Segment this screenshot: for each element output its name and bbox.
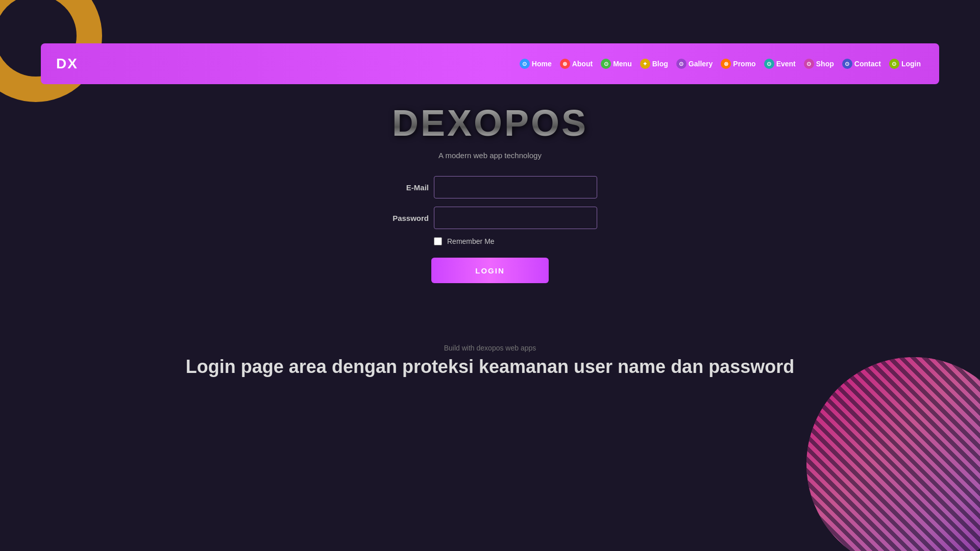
nav-item-blog[interactable]: ✦ Blog xyxy=(637,57,671,71)
brand-name: DEXOPOS xyxy=(392,102,588,144)
email-label: E-Mail xyxy=(383,183,429,192)
menu-nav-icon: ⊙ xyxy=(601,59,611,69)
contact-nav-icon: ⊙ xyxy=(842,59,852,69)
about-nav-label: About xyxy=(572,60,593,68)
about-nav-icon: ⊗ xyxy=(560,59,570,69)
brand-tagline: A modern web app technology xyxy=(438,151,542,160)
nav-item-menu[interactable]: ⊙ Menu xyxy=(598,57,635,71)
navbar-logo: DX xyxy=(56,56,78,72)
nav-item-contact[interactable]: ⊙ Contact xyxy=(839,57,884,71)
nav-links: ⊙ Home ⊗ About ⊙ Menu ✦ Blog ⊙ Gallery ⊗… xyxy=(517,57,924,71)
deco-circle-bottom-right xyxy=(806,357,980,551)
remember-checkbox[interactable] xyxy=(434,237,442,245)
login-form: E-Mail Password Remember Me LOGIN xyxy=(383,176,597,283)
login-nav-label: Login xyxy=(901,60,921,68)
email-row: E-Mail xyxy=(383,176,597,198)
nav-item-event[interactable]: ⊙ Event xyxy=(761,57,799,71)
shop-nav-icon: ⊙ xyxy=(804,59,814,69)
gallery-nav-icon: ⊙ xyxy=(676,59,687,69)
shop-nav-label: Shop xyxy=(816,60,834,68)
password-label: Password xyxy=(383,214,429,222)
nav-item-gallery[interactable]: ⊙ Gallery xyxy=(673,57,716,71)
build-text: Build with dexopos web apps xyxy=(444,344,536,352)
bottom-text: Login page area dengan proteksi keamanan… xyxy=(186,356,794,378)
event-nav-icon: ⊙ xyxy=(764,59,774,69)
remember-label: Remember Me xyxy=(447,237,495,245)
contact-nav-label: Contact xyxy=(854,60,881,68)
blog-nav-label: Blog xyxy=(652,60,668,68)
password-row: Password xyxy=(383,207,597,229)
home-nav-icon: ⊙ xyxy=(520,59,530,69)
email-input[interactable] xyxy=(434,176,597,198)
nav-item-home[interactable]: ⊙ Home xyxy=(517,57,555,71)
navbar: DX ⊙ Home ⊗ About ⊙ Menu ✦ Blog ⊙ Galler… xyxy=(41,43,939,84)
gallery-nav-label: Gallery xyxy=(689,60,713,68)
nav-item-about[interactable]: ⊗ About xyxy=(557,57,596,71)
main-content: DEXOPOS A modern web app technology E-Ma… xyxy=(0,102,980,283)
login-nav-icon: ⊙ xyxy=(889,59,899,69)
nav-item-shop[interactable]: ⊙ Shop xyxy=(801,57,837,71)
remember-row: Remember Me xyxy=(434,237,495,245)
promo-nav-icon: ⊗ xyxy=(721,59,731,69)
event-nav-label: Event xyxy=(776,60,796,68)
home-nav-label: Home xyxy=(532,60,552,68)
password-input[interactable] xyxy=(434,207,597,229)
promo-nav-label: Promo xyxy=(733,60,755,68)
blog-nav-icon: ✦ xyxy=(640,59,650,69)
menu-nav-label: Menu xyxy=(613,60,632,68)
login-button[interactable]: LOGIN xyxy=(431,258,549,283)
nav-item-login[interactable]: ⊙ Login xyxy=(886,57,924,71)
nav-item-promo[interactable]: ⊗ Promo xyxy=(718,57,758,71)
